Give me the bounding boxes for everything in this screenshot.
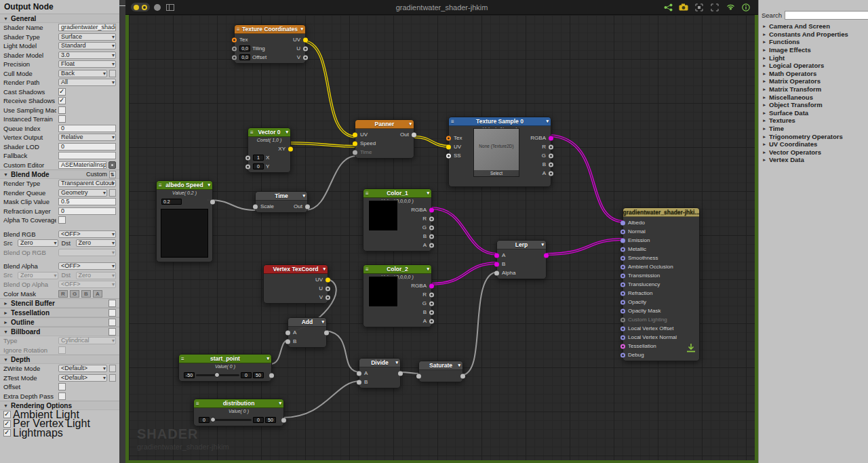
input-port-a[interactable] — [494, 253, 499, 258]
node-graph-canvas[interactable]: SHADER gradientwater_shader-jhkim ≡Textu… — [125, 15, 758, 463]
input-port-local-vertex-normal[interactable] — [620, 335, 625, 340]
wire-distribution-out-to-divide-b[interactable] — [283, 381, 360, 418]
text-field[interactable] — [58, 152, 116, 159]
input-port-opacity[interactable] — [620, 300, 625, 304]
output-port-rgba[interactable] — [429, 283, 434, 288]
min-field[interactable]: -50 — [184, 372, 195, 378]
input-port-translucency[interactable] — [620, 282, 625, 287]
wire-color2-rgba-to-lerp-b[interactable] — [431, 263, 498, 284]
node-startpoint[interactable]: ≡start_point▾Value( 0 )-50050 — [178, 354, 272, 382]
output-port-u[interactable] — [303, 46, 308, 51]
dropdown[interactable]: <OFF> — [58, 281, 116, 288]
text-field[interactable]: 0 — [58, 207, 116, 215]
max-field[interactable]: 50 — [265, 417, 276, 423]
palette-item-matrix-operators[interactable]: ►Matrix Operators — [759, 77, 868, 85]
output-port-r[interactable] — [429, 292, 434, 297]
output-port-g[interactable] — [549, 153, 553, 158]
output-port-out[interactable] — [412, 132, 416, 137]
checkbox[interactable] — [58, 115, 66, 123]
input-port-ambient-occlusion[interactable] — [620, 264, 625, 269]
value-field[interactable]: 0 — [253, 163, 264, 169]
value-field[interactable]: 1 — [253, 155, 264, 161]
input-port-smoothness[interactable] — [620, 256, 625, 260]
colormask-button-g[interactable]: G — [70, 290, 79, 298]
section-header-outline[interactable]: ►Outline — [0, 317, 119, 327]
output-port-b[interactable] — [549, 162, 553, 167]
palette-item-trigonometry-operators[interactable]: ►Trigonometry Operators — [759, 132, 868, 140]
mini-stepper-icon[interactable] — [109, 70, 116, 77]
max-field[interactable]: 50 — [253, 372, 264, 378]
section-toggle-checkbox[interactable] — [108, 300, 116, 307]
node-texcoords[interactable]: ≡Texture Coordinates▾TexUV0,0TilingU0,0O… — [234, 24, 306, 64]
input-port-emission[interactable] — [620, 238, 625, 243]
node-master[interactable]: gradientwater_shader-jhki...AlbedoNormal… — [623, 207, 700, 361]
mini-stepper-icon[interactable] — [109, 189, 116, 197]
output-port-uv[interactable] — [326, 277, 330, 282]
slider-knob[interactable] — [210, 417, 216, 422]
output-port-r[interactable] — [429, 216, 434, 221]
input-port-speed[interactable] — [353, 141, 357, 146]
node-header[interactable]: Divide▾ — [359, 359, 400, 367]
src-dropdown[interactable]: Zero — [18, 272, 58, 279]
input-port-b[interactable] — [494, 262, 499, 266]
checkbox[interactable] — [58, 392, 66, 400]
dropdown[interactable]: Standard — [58, 42, 116, 49]
section-toggle-checkbox[interactable] — [108, 309, 116, 317]
input-port-uv[interactable] — [446, 144, 451, 149]
stepper-icon[interactable]: ⇅ — [109, 171, 116, 178]
output-port-xy[interactable] — [288, 146, 293, 151]
dropdown[interactable]: Back — [58, 70, 107, 77]
input-port-a[interactable] — [285, 330, 290, 335]
node-add[interactable]: Add▾AB — [288, 317, 327, 348]
min-field[interactable]: 0 — [199, 417, 210, 423]
wire-add-out-to-divide-a[interactable] — [326, 331, 360, 372]
input-port-albedo[interactable] — [620, 220, 625, 225]
wire-lerp-out-to-master-emission[interactable] — [545, 239, 625, 254]
node-header[interactable]: ≡start_point▾ — [179, 355, 271, 363]
output-port-out[interactable] — [269, 373, 274, 378]
colormask-button-a[interactable]: A — [93, 290, 102, 298]
input-port-metallic[interactable] — [620, 247, 625, 251]
palette-item-constants-and-properties[interactable]: ►Constants And Properties — [759, 31, 868, 39]
output-port-v[interactable] — [303, 55, 308, 60]
palette-item-vector-operators[interactable]: ►Vector Operators — [759, 148, 868, 157]
node-header[interactable]: ≡Color_2▾ — [363, 265, 431, 274]
output-port-out[interactable] — [398, 371, 403, 376]
input-port-tiling[interactable] — [232, 46, 237, 51]
dropdown[interactable]: <Default> — [58, 374, 107, 382]
text-field[interactable]: 0.5 — [58, 198, 116, 205]
node-header[interactable]: Add▾ — [288, 318, 326, 327]
mini-stepper-icon[interactable] — [109, 365, 116, 372]
input-port-tex[interactable] — [232, 37, 237, 42]
wire-saturate-out-to-lerp-alpha[interactable] — [462, 272, 498, 375]
input-port-tex[interactable] — [446, 136, 451, 140]
palette-item-matrix-transform[interactable]: ►Matrix Transform — [759, 85, 868, 94]
palette-item-textures[interactable]: ►Textures — [759, 117, 868, 125]
output-port-rgba[interactable] — [549, 136, 553, 140]
checkbox[interactable] — [58, 216, 66, 224]
panel-collapse-button[interactable]: — — [119, 0, 125, 11]
palette-item-vertex-data[interactable]: ►Vertex Data — [759, 156, 868, 164]
palette-item-light[interactable]: ►Light — [759, 54, 868, 62]
node-divide[interactable]: Divide▾AB — [359, 358, 401, 388]
compile-download-icon[interactable] — [686, 343, 696, 356]
colormask-button-b[interactable]: B — [81, 290, 91, 298]
node-header[interactable]: ≡Texture Coordinates▾ — [235, 25, 305, 34]
gear-icon[interactable] — [108, 161, 116, 169]
input-port-scale[interactable] — [253, 204, 258, 209]
node-header[interactable]: Panner▾ — [355, 120, 414, 129]
output-port-b[interactable] — [429, 310, 434, 315]
output-port-v[interactable] — [326, 295, 330, 300]
palette-item-object-transform[interactable]: ►Object Transform — [759, 101, 868, 109]
input-port-time[interactable] — [353, 150, 357, 155]
node-header[interactable]: Time▾ — [256, 192, 307, 201]
output-port-a[interactable] — [429, 319, 434, 323]
wire-texcoords-uv-to-panner-uv[interactable] — [302, 41, 357, 137]
dropdown[interactable]: <OFF> — [58, 230, 116, 238]
section-toggle-checkbox[interactable] — [108, 319, 116, 326]
text-field[interactable]: 0 — [58, 143, 116, 150]
value-field[interactable]: 0.2 — [161, 199, 182, 205]
input-port-opacity-mask[interactable] — [620, 308, 625, 313]
output-port-out[interactable] — [544, 253, 549, 258]
output-port-out[interactable] — [281, 418, 286, 422]
